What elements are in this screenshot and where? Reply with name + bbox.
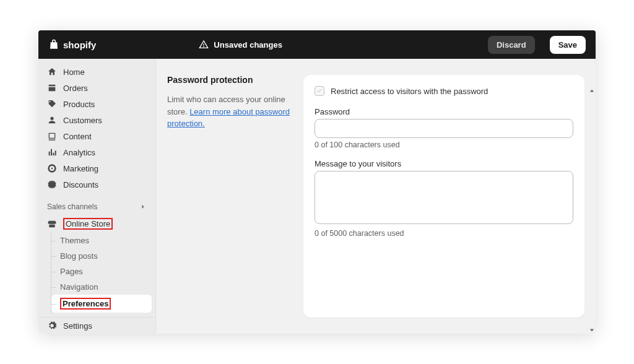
message-char-counter: 0 of 5000 characters used (315, 229, 573, 238)
sidebar-item-label: Products (63, 100, 95, 109)
sidebar-item-orders[interactable]: Orders (38, 80, 155, 96)
sidebar-item-discounts[interactable]: Discounts (38, 176, 155, 193)
sidebar-item-label: Content (63, 132, 92, 141)
sidebar-item-label: Discounts (63, 180, 98, 189)
analytics-icon (47, 147, 57, 157)
password-field-label: Password (315, 107, 573, 116)
save-button[interactable]: Save (550, 36, 586, 54)
store-icon (47, 219, 57, 229)
home-icon (47, 67, 57, 77)
scroll-down-arrow-icon[interactable] (589, 327, 594, 332)
sub-item-pages[interactable]: Pages (51, 264, 155, 279)
svg-point-1 (204, 46, 204, 47)
content-icon (47, 131, 57, 141)
orders-icon (47, 83, 57, 93)
warning-icon (199, 40, 209, 50)
sidebar-item-content[interactable]: Content (38, 128, 155, 144)
sidebar-item-label: Marketing (63, 164, 98, 173)
brand-name: shopify (63, 40, 96, 50)
restrict-access-row: Restrict access to visitors with the pas… (315, 86, 573, 96)
sidebar-item-customers[interactable]: Customers (38, 112, 155, 128)
sidebar-item-analytics[interactable]: Analytics (38, 144, 155, 160)
unsaved-label: Unsaved changes (214, 40, 282, 50)
message-field-label: Message to your visitors (315, 159, 573, 168)
customers-icon (47, 115, 57, 125)
topbar: shopify Unsaved changes Discard Save (38, 30, 596, 59)
online-store-label: Online Store (63, 218, 113, 230)
sub-item-blog-posts[interactable]: Blog posts (51, 248, 155, 264)
sidebar-item-label: Orders (63, 84, 88, 93)
discard-button[interactable]: Discard (488, 36, 535, 54)
scroll-up-arrow-icon[interactable] (589, 89, 594, 93)
section-desc-text: Limit who can access your online store. … (167, 93, 291, 130)
unsaved-changes-indicator: Unsaved changes (199, 40, 282, 50)
sidebar-item-marketing[interactable]: Marketing (38, 160, 155, 176)
restrict-access-checkbox[interactable] (315, 86, 324, 96)
brand-logo: shopify (48, 38, 96, 51)
gear-icon (47, 321, 57, 331)
chevron-right-icon (139, 203, 147, 210)
sidebar-item-label: Customers (63, 116, 102, 125)
password-input[interactable] (315, 119, 573, 138)
password-protection-card: Restrict access to visitors with the pas… (303, 75, 584, 318)
shopify-bag-icon (48, 38, 59, 51)
sidebar-item-label: Settings (63, 321, 92, 331)
sub-item-navigation[interactable]: Navigation (51, 279, 155, 295)
section-label: Sales channels (47, 202, 97, 211)
online-store-submenu: Themes Blog posts Pages Navigation Prefe… (51, 233, 155, 313)
sidebar-item-home[interactable]: Home (38, 64, 155, 80)
section-description: Password protection Limit who can access… (167, 75, 291, 318)
check-icon (316, 88, 323, 94)
message-textarea[interactable] (315, 171, 573, 224)
section-title: Password protection (167, 75, 291, 85)
sub-item-preferences[interactable]: Preferences (51, 295, 152, 313)
marketing-icon (47, 163, 57, 173)
sidebar-item-settings[interactable]: Settings (38, 318, 155, 334)
sidebar-item-products[interactable]: Products (38, 96, 155, 112)
products-icon (47, 99, 57, 109)
sales-channels-header[interactable]: Sales channels (38, 199, 155, 215)
sub-item-themes[interactable]: Themes (51, 233, 155, 248)
password-char-counter: 0 of 100 characters used (315, 141, 573, 149)
sidebar: Home Orders Products Customers Content A… (38, 59, 156, 334)
restrict-access-label: Restrict access to visitors with the pas… (331, 87, 488, 96)
main-content: Password protection Limit who can access… (156, 59, 596, 334)
discounts-icon (47, 180, 57, 189)
sidebar-item-label: Home (63, 67, 85, 77)
sidebar-item-online-store[interactable]: Online Store (38, 215, 155, 233)
sidebar-item-label: Analytics (63, 148, 95, 157)
